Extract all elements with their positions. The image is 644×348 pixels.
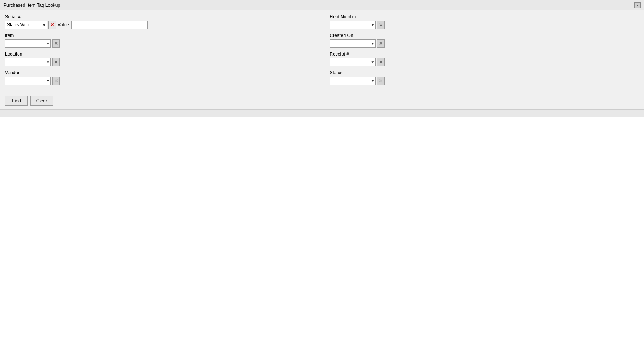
filter-section: Serial # Starts With Contains Equals End… bbox=[0, 10, 644, 93]
results-section bbox=[0, 109, 644, 348]
location-gray-x-icon: ✕ bbox=[54, 59, 58, 65]
status-dropdown[interactable] bbox=[330, 77, 376, 85]
vendor-field-group: Vendor ▼ ✕ bbox=[5, 70, 315, 85]
receipt-field-group: Receipt # ▼ ✕ bbox=[330, 51, 639, 66]
created-on-field-row: ▼ ✕ bbox=[330, 39, 639, 48]
status-gray-x-icon: ✕ bbox=[379, 78, 383, 83]
action-buttons: Find Clear bbox=[5, 96, 639, 106]
location-dropdown-wrapper: ▼ bbox=[5, 58, 51, 66]
item-gray-x-icon: ✕ bbox=[54, 41, 58, 46]
filter-grid: Serial # Starts With Contains Equals End… bbox=[5, 14, 639, 89]
status-field-group: Status ▼ ✕ bbox=[330, 70, 639, 85]
item-clear-button[interactable]: ✕ bbox=[52, 39, 60, 48]
location-label: Location bbox=[5, 51, 315, 57]
item-dropdown[interactable] bbox=[5, 39, 51, 48]
created-on-dropdown-wrapper: ▼ bbox=[330, 39, 376, 48]
location-clear-button[interactable]: ✕ bbox=[52, 58, 60, 66]
item-label: Item bbox=[5, 33, 315, 38]
item-dropdown-wrapper: ▼ bbox=[5, 39, 51, 48]
location-field-row: ▼ ✕ bbox=[5, 58, 315, 66]
value-label: Value bbox=[58, 22, 69, 27]
heat-number-label: Heat Number bbox=[330, 14, 639, 19]
results-header bbox=[0, 110, 644, 117]
status-field-row: ▼ ✕ bbox=[330, 77, 639, 85]
item-field-group: Item ▼ ✕ bbox=[5, 33, 315, 48]
window-title: Purchased Item Tag Lookup bbox=[3, 3, 60, 8]
action-section: Find Clear bbox=[0, 93, 644, 109]
location-field-group: Location ▼ ✕ bbox=[5, 51, 315, 66]
heat-number-gray-x-icon: ✕ bbox=[379, 22, 383, 27]
serial-label: Serial # bbox=[5, 14, 315, 19]
window-close-button[interactable]: × bbox=[634, 2, 641, 8]
created-on-label: Created On bbox=[330, 33, 639, 38]
vendor-gray-x-icon: ✕ bbox=[54, 78, 58, 83]
heat-number-field-row: ▼ ✕ bbox=[330, 21, 639, 29]
main-window: Purchased Item Tag Lookup × Serial # Sta… bbox=[0, 0, 644, 348]
vendor-dropdown[interactable] bbox=[5, 77, 51, 85]
find-button[interactable]: Find bbox=[5, 96, 28, 106]
receipt-gray-x-icon: ✕ bbox=[379, 59, 383, 65]
results-content bbox=[0, 117, 644, 348]
receipt-dropdown[interactable] bbox=[330, 58, 376, 66]
serial-field-row: Starts With Contains Equals Ends With ▼ … bbox=[5, 21, 315, 29]
filter-left-column: Serial # Starts With Contains Equals End… bbox=[5, 14, 322, 89]
serial-dropdown[interactable]: Starts With Contains Equals Ends With bbox=[5, 21, 47, 29]
created-on-dropdown[interactable] bbox=[330, 39, 376, 48]
status-clear-button[interactable]: ✕ bbox=[377, 77, 385, 85]
created-on-clear-button[interactable]: ✕ bbox=[377, 39, 385, 48]
receipt-dropdown-wrapper: ▼ bbox=[330, 58, 376, 66]
receipt-clear-button[interactable]: ✕ bbox=[377, 58, 385, 66]
created-on-field-group: Created On ▼ ✕ bbox=[330, 33, 639, 48]
receipt-label: Receipt # bbox=[330, 51, 639, 57]
item-field-row: ▼ ✕ bbox=[5, 39, 315, 48]
serial-clear-button[interactable]: ✕ bbox=[48, 21, 56, 29]
created-on-gray-x-icon: ✕ bbox=[379, 41, 383, 46]
vendor-field-row: ▼ ✕ bbox=[5, 77, 315, 85]
serial-dropdown-wrapper: Starts With Contains Equals Ends With ▼ bbox=[5, 21, 47, 29]
status-dropdown-wrapper: ▼ bbox=[330, 77, 376, 85]
vendor-label: Vendor bbox=[5, 70, 315, 75]
serial-red-x-icon: ✕ bbox=[50, 22, 54, 27]
filter-right-column: Heat Number ▼ ✕ bbox=[322, 14, 639, 89]
status-label: Status bbox=[330, 70, 639, 75]
clear-button[interactable]: Clear bbox=[30, 96, 53, 106]
receipt-field-row: ▼ ✕ bbox=[330, 58, 639, 66]
serial-value-input[interactable] bbox=[71, 21, 148, 29]
heat-number-field-group: Heat Number ▼ ✕ bbox=[330, 14, 639, 29]
serial-field-group: Serial # Starts With Contains Equals End… bbox=[5, 14, 315, 29]
title-bar: Purchased Item Tag Lookup × bbox=[0, 0, 644, 10]
location-dropdown[interactable] bbox=[5, 58, 51, 66]
heat-number-clear-button[interactable]: ✕ bbox=[377, 21, 385, 29]
vendor-clear-button[interactable]: ✕ bbox=[52, 77, 60, 85]
heat-number-dropdown-wrapper: ▼ bbox=[330, 21, 376, 29]
heat-number-dropdown[interactable] bbox=[330, 21, 376, 29]
vendor-dropdown-wrapper: ▼ bbox=[5, 77, 51, 85]
